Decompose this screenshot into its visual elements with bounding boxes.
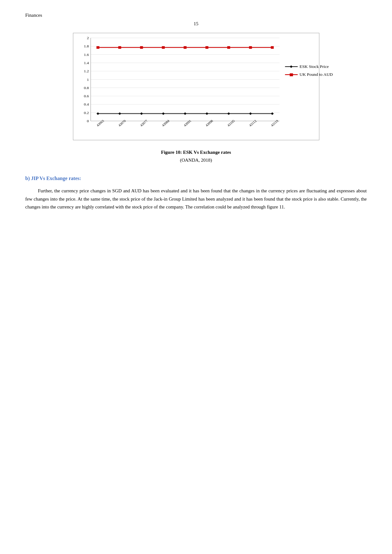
- svg-text:43091: 43091: [183, 119, 192, 127]
- svg-text:43063: 43063: [95, 119, 105, 127]
- svg-text:1.4: 1.4: [84, 61, 89, 65]
- figure-source: (OANDA, 2018): [25, 158, 367, 163]
- svg-rect-29: [271, 46, 274, 49]
- section-heading: b) JIP Vs Exchange rates:: [25, 176, 367, 181]
- svg-text:43119: 43119: [270, 119, 279, 127]
- svg-text:0.4: 0.4: [84, 102, 89, 106]
- svg-rect-28: [249, 46, 252, 49]
- svg-rect-24: [162, 46, 165, 49]
- svg-rect-27: [227, 46, 230, 49]
- svg-text:0.2: 0.2: [84, 111, 89, 115]
- svg-rect-26: [205, 46, 208, 49]
- page-header: Finances: [25, 13, 367, 18]
- svg-text:2: 2: [87, 36, 88, 40]
- svg-text:43112: 43112: [248, 119, 257, 127]
- body-text: Further, the currency price changes in S…: [25, 187, 367, 211]
- svg-marker-51: [290, 65, 292, 68]
- svg-text:0.6: 0.6: [84, 94, 89, 98]
- svg-text:43105: 43105: [226, 119, 235, 127]
- svg-rect-23: [140, 46, 143, 49]
- svg-rect-21: [96, 46, 99, 49]
- figure-caption: Figure 10: ESK Vs Exchange rates: [25, 150, 367, 155]
- chart-svg: 0 0.2 0.4 0.6 0.8 1 1.2 1.4 1.6 1.8 2 43…: [91, 38, 316, 121]
- svg-rect-22: [118, 46, 121, 49]
- svg-text:1.2: 1.2: [84, 69, 89, 73]
- svg-text:0.8: 0.8: [84, 86, 89, 90]
- svg-text:UK Pound to AUD: UK Pound to AUD: [299, 72, 333, 77]
- svg-text:1: 1: [87, 77, 88, 81]
- chart-container: 0 0.2 0.4 0.6 0.8 1 1.2 1.4 1.6 1.8 2 43…: [73, 33, 319, 140]
- chart-box: 0 0.2 0.4 0.6 0.8 1 1.2 1.4 1.6 1.8 2 43…: [73, 33, 319, 140]
- svg-rect-25: [184, 46, 186, 49]
- svg-text:43077: 43077: [139, 119, 148, 127]
- svg-text:1.8: 1.8: [84, 44, 89, 48]
- svg-text:1.6: 1.6: [84, 52, 89, 57]
- svg-text:43098: 43098: [204, 119, 214, 127]
- svg-rect-54: [290, 73, 293, 76]
- svg-text:0: 0: [87, 119, 88, 123]
- svg-text:43084: 43084: [161, 119, 170, 127]
- page-number: 15: [25, 21, 367, 27]
- svg-text:ESK Stock Price: ESK Stock Price: [299, 64, 329, 69]
- svg-text:43070: 43070: [117, 119, 126, 127]
